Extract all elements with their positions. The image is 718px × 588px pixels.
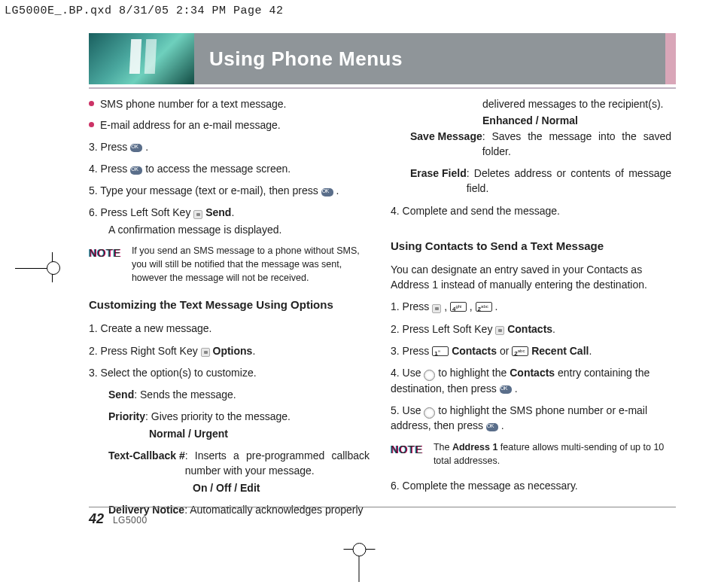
text: .: [552, 323, 555, 335]
bullet-icon: [89, 101, 94, 106]
step: 2. Press Right Soft Key Options.: [89, 343, 370, 358]
text: 1. Press: [391, 300, 432, 312]
text: to access the message screen.: [142, 163, 291, 175]
hero-accent: [665, 33, 676, 84]
text: .: [492, 300, 498, 312]
note-text: If you send an SMS message to a phone wi…: [132, 244, 370, 285]
text: : Saves the message into the saved folde…: [482, 129, 671, 160]
text: Save Message: [410, 130, 482, 142]
option: Save Message : Saves the message into th…: [391, 129, 671, 160]
text: : Sends the message.: [134, 388, 236, 401]
step: 1. Create a new message.: [89, 321, 370, 336]
text: Recent Call: [531, 345, 589, 357]
hero-image: [89, 33, 194, 84]
numkey-4-icon: 4ghi: [450, 302, 467, 312]
option-values: Enhanced / Normal: [391, 113, 671, 128]
bullet-item: E-mail address for an e-mail message.: [89, 117, 370, 133]
soft-key-icon: [432, 304, 441, 313]
hero-title: Using Phone Menus: [209, 47, 403, 71]
text: : Gives priority to the message.: [145, 410, 291, 422]
step-sub: A confirmation message is displayed.: [89, 222, 370, 237]
text: to highlight the: [435, 367, 510, 379]
text: SMS phone number for a text message.: [100, 96, 286, 111]
text: Priority: [108, 410, 145, 422]
note-label: NOTE: [391, 440, 423, 468]
text: 5. Type your message (text or e-mail), t…: [89, 184, 321, 197]
text: 3. Press: [89, 141, 130, 153]
subheading: Customizing the Text Message Using Optio…: [89, 297, 370, 313]
text: .: [589, 345, 592, 357]
step: 5. Type your message (text or e-mail), t…: [89, 183, 370, 198]
text: On / Off / Edit: [193, 482, 260, 494]
text: ,: [441, 300, 450, 312]
text: : Automatically acknowledges properly: [184, 504, 363, 516]
text: Normal / Urgent: [149, 428, 228, 440]
step: 5. Use to highlight the SMS phone number…: [391, 403, 671, 434]
option-values: Normal / Urgent: [89, 426, 370, 441]
text: Erase Field: [410, 167, 467, 179]
step: 4. Use to highlight the Contacts entry c…: [391, 365, 671, 396]
sheet: Using Phone Menus SMS phone number for a…: [59, 20, 676, 551]
intro-text: You can designate an entry saved in your…: [391, 262, 671, 293]
step: 4. Press to access the message screen.: [89, 161, 370, 176]
text: 2. Press Right Soft Key: [89, 345, 201, 357]
option: Priority: Gives priority to the message.: [89, 409, 370, 424]
footer: 42 LG5000: [89, 511, 148, 527]
text: .: [498, 419, 504, 431]
columns: SMS phone number for a text message. E-m…: [89, 96, 671, 503]
option: Text-Callback # : Inserts a pre-programm…: [89, 448, 370, 479]
ok-key-icon: [130, 144, 142, 152]
step: 2. Press Left Soft Key Contacts.: [391, 321, 671, 337]
text: .: [512, 382, 518, 395]
text: E-mail address for an e-mail message.: [100, 117, 281, 133]
step: 3. Press .: [89, 139, 370, 154]
text: Contacts: [507, 323, 552, 335]
text: Enhanced / Normal: [482, 114, 578, 126]
text: .: [142, 141, 148, 153]
step: 1. Press , 4ghi , 2abc .: [391, 299, 671, 314]
ok-key-icon: [130, 166, 142, 175]
text: Options: [213, 345, 253, 357]
nav-key-icon: [424, 370, 435, 381]
print-header: LG5000E_.BP.qxd 8/31/05 2:34 PM Page 42: [5, 5, 284, 17]
text: ,: [467, 300, 476, 312]
text: Send: [108, 388, 134, 401]
step: 3. Press 1∞ Contacts or 2abc Recent Call…: [391, 343, 671, 358]
crop-mark-left-icon: [15, 267, 47, 268]
text: 5. Use: [391, 404, 424, 416]
option: Send: Sends the message.: [89, 387, 370, 402]
option: Erase Field : Deletes address or content…: [391, 166, 671, 197]
bullet-icon: [89, 122, 94, 127]
page: LG5000E_.BP.qxd 8/31/05 2:34 PM Page 42 …: [0, 0, 718, 588]
text: Send: [205, 206, 231, 218]
text: or: [497, 345, 512, 357]
option-cont: delivered messages to the recipient(s).: [391, 96, 671, 111]
note-label: NOTE: [89, 244, 121, 285]
page-number: 42: [89, 511, 104, 526]
ok-key-icon: [321, 188, 333, 197]
numkey-2-icon: 2abc: [476, 302, 492, 312]
note-block: NOTE The Address 1 feature allows multi-…: [391, 440, 671, 468]
soft-key-icon: [495, 326, 504, 335]
rule-top: [89, 87, 676, 89]
text: 4. Use: [391, 367, 424, 379]
nav-key-icon: [424, 407, 435, 419]
step: 3. Select the option(s) to customize.: [89, 365, 370, 380]
column-right: delivered messages to the recipient(s). …: [391, 96, 671, 503]
model-label: LG5000: [113, 515, 148, 526]
text: The: [434, 442, 452, 452]
text: : Deletes address or contents of message…: [467, 166, 671, 197]
option-values: On / Off / Edit: [89, 480, 370, 495]
text: Contacts: [452, 345, 497, 357]
text: .: [333, 184, 339, 197]
soft-key-icon: [201, 348, 210, 357]
bullet-item: SMS phone number for a text message.: [89, 96, 370, 111]
numkey-1-icon: 1∞: [432, 346, 449, 356]
crop-mark-bottom-icon: [359, 555, 360, 582]
text: : Inserts a pre-programmed callback numb…: [185, 448, 370, 479]
step: 6. Complete the message as necessary.: [391, 478, 671, 493]
step: 6. Press Left Soft Key Send.: [89, 205, 370, 220]
rule-bottom: [89, 507, 676, 507]
text: .: [252, 345, 255, 357]
text: 2. Press Left Soft Key: [391, 323, 495, 335]
